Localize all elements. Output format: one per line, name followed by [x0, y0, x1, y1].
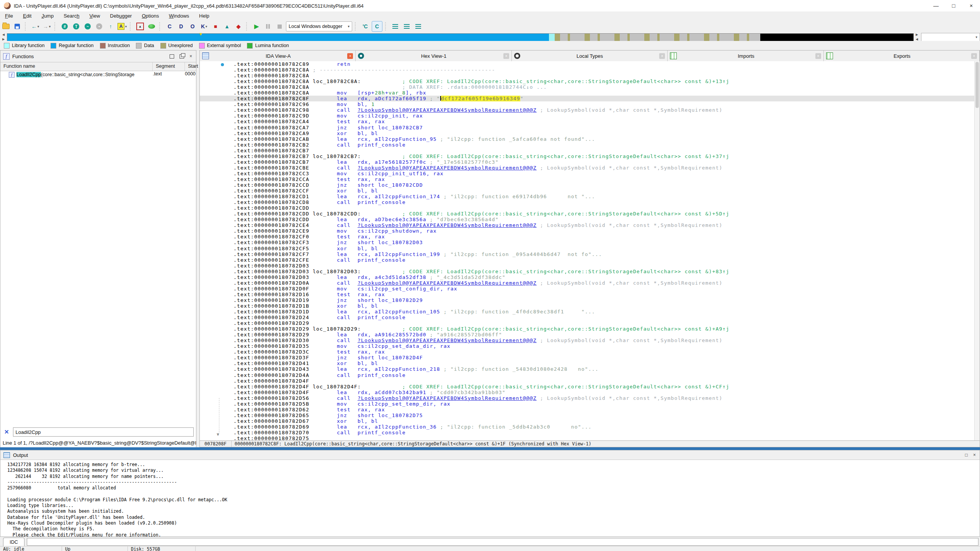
make-array-button[interactable]: K▾	[199, 21, 209, 31]
disasm-line[interactable]: .text:0000000180782D0F mov cs:il2cpp_set…	[200, 286, 975, 292]
make-string-button[interactable]: O	[188, 21, 198, 31]
disasm-line[interactable]: .text:0000000180782D19 jnz short loc_180…	[200, 297, 975, 303]
disasm-line[interactable]: .text:0000000180782C89 retn	[200, 61, 975, 67]
float-panel-icon[interactable]	[180, 54, 184, 59]
analysis-options-button[interactable]: A▾	[117, 21, 127, 31]
close-icon[interactable]: ×	[659, 53, 665, 59]
make-data-button[interactable]: D	[176, 21, 186, 31]
patch-button[interactable]: ◆	[234, 21, 243, 31]
decompiler-options-button[interactable]: C	[372, 21, 382, 32]
disasm-line[interactable]: .text:0000000180782D70 call printf_conso…	[200, 430, 975, 435]
disasm-line[interactable]: .text:0000000180782D4F	[200, 378, 975, 384]
menu-item-view[interactable]: View	[84, 13, 105, 19]
function-row[interactable]: f LoadIl2Cpp (core::basic_string<char,co…	[0, 71, 196, 78]
tab-ida-view-a[interactable]: IDA View-A×	[200, 51, 356, 61]
functions-panel-header[interactable]: f Functions ×	[0, 51, 196, 62]
disasm-line[interactable]: .text:0000000180782D03 loc_180782D03: ; …	[200, 269, 975, 274]
minimize-button[interactable]: —	[927, 0, 945, 11]
disasm-line[interactable]: .text:0000000180782D29 lea rdx, aA916c28…	[200, 332, 975, 337]
disasm-line[interactable]: .text:0000000180782D4A call printf_conso…	[200, 372, 975, 378]
disasm-line[interactable]: .text:0000000180782CE9 mov cs:il2cpp_shu…	[200, 228, 975, 234]
close-icon[interactable]: ×	[971, 53, 977, 59]
disasm-line[interactable]: .text:0000000180782CDD loc_180782CDD: ; …	[200, 211, 975, 217]
close-panel-icon[interactable]: ×	[189, 54, 192, 59]
navigate-back-button[interactable]: ←▾	[30, 21, 40, 31]
disasm-line[interactable]: .text:0000000180782CA4 test rax, rax	[200, 119, 975, 124]
disasm-line[interactable]: .text:0000000180782CB7 loc_180782CB7: ; …	[200, 153, 975, 159]
disasm-line[interactable]: .text:0000000180782C9D mov cs:il2cpp_ini…	[200, 113, 975, 119]
disasm-line[interactable]: .text:0000000180782CCD jnz short loc_180…	[200, 182, 975, 188]
disasm-line[interactable]: .text:0000000180782CB7	[200, 148, 975, 153]
disasm-line[interactable]: .text:0000000180782D0A call ?LookupSymbo…	[200, 280, 975, 286]
navband-range-selector[interactable]: ▾	[921, 33, 980, 41]
disasm-line[interactable]: .text:0000000180782CF7 lea rcx, aIl2cppF…	[200, 251, 975, 257]
menu-item-search[interactable]: Search	[59, 13, 84, 19]
subviews-button[interactable]	[390, 21, 400, 31]
disasm-line[interactable]: .text:0000000180782D1D lea rcx, aIl2cppF…	[200, 309, 975, 315]
menu-item-options[interactable]: Options	[137, 13, 164, 19]
disasm-line[interactable]: .text:0000000180782D62 test rax, rax	[200, 407, 975, 412]
menu-item-debugger[interactable]: Debugger	[105, 13, 137, 19]
disasm-line[interactable]: .text:0000000180782D4F lea rdx, aCdd07cb…	[200, 390, 975, 395]
disasm-line[interactable]: .text:0000000180782CC3 mov cs:il2cpp_ini…	[200, 171, 975, 176]
navband-scroll-right[interactable]: ▶◀	[914, 33, 920, 41]
close-icon[interactable]: ×	[815, 53, 821, 59]
tab-imports[interactable]: Imports×	[668, 51, 823, 61]
output-log[interactable]: 134217728 16384 8192 allocating memory f…	[0, 460, 980, 538]
navband-scroll-left[interactable]: ◀▶	[1, 33, 6, 41]
disasm-line[interactable]: .text:0000000180782D41 xor bl, bl	[200, 360, 975, 366]
disasm-line[interactable]: .text:0000000180782CA9 xor bl, bl	[200, 130, 975, 136]
disasm-line[interactable]: .text:0000000180782CD8 call printf_conso…	[200, 199, 975, 205]
tab-hex-view-1[interactable]: Hex View-1×	[356, 51, 511, 61]
stop-process-button[interactable]	[274, 21, 284, 31]
jump-xref-button[interactable]: ↑	[106, 21, 116, 31]
menu-item-file[interactable]: File	[0, 13, 18, 19]
disasm-line[interactable]: .text:0000000180782CF3 jnz short loc_180…	[200, 240, 975, 245]
disasm-line[interactable]: .text:0000000180782D3C test rax, rax	[200, 349, 975, 355]
disasm-line[interactable]: .text:0000000180782CCA test rax, rax	[200, 176, 975, 182]
disasm-line[interactable]: .text:0000000180782D16 test rax, rax	[200, 292, 975, 297]
maximize-button[interactable]: □	[945, 0, 962, 11]
disasm-line[interactable]: .text:0000000180782D75	[200, 435, 975, 441]
disasm-line[interactable]: .text:0000000180782C8A ; DATA XREF: .rda…	[200, 84, 975, 90]
disasm-line[interactable]: .text:0000000180782D65 jnz short loc_180…	[200, 412, 975, 418]
disasm-line[interactable]: .text:0000000180782D30 call ?LookupSymbo…	[200, 337, 975, 343]
tab-exports[interactable]: Exports×	[824, 51, 980, 61]
regular-function-region[interactable]	[7, 34, 549, 41]
disasm-line[interactable]: .text:0000000180782CA7 jnz short loc_180…	[200, 125, 975, 130]
disassembly-scrollbar[interactable]	[974, 61, 980, 441]
rename-button[interactable]: ▲	[222, 21, 232, 31]
navigation-band[interactable]: ▼	[7, 33, 914, 41]
functions-filter-input[interactable]: Loadil2Cpp	[13, 427, 194, 437]
disasm-line[interactable]: .text:0000000180782CBE call ?LookupSymbo…	[200, 165, 975, 171]
menu-item-jump[interactable]: Jump	[36, 13, 59, 19]
horizontal-splitter[interactable]	[0, 447, 980, 450]
enums-button[interactable]	[413, 21, 423, 31]
disasm-line[interactable]: .text:0000000180782D69 lea rcx, aIl2cppF…	[200, 424, 975, 430]
maximize-panel-icon[interactable]	[170, 54, 174, 59]
menu-item-edit[interactable]: Edit	[18, 13, 36, 19]
disasm-line[interactable]: .text:0000000180782CD1 lea rcx, aIl2cppF…	[200, 194, 975, 199]
data-unexplored-region[interactable]	[555, 34, 760, 41]
disasm-line[interactable]: .text:0000000180782CF5 xor bl, bl	[200, 246, 975, 251]
disasm-line[interactable]: .text:0000000180782CCF xor bl, bl	[200, 188, 975, 194]
disasm-line[interactable]: .text:0000000180782D29	[200, 320, 975, 326]
disasm-line[interactable]: .text:0000000180782CB2 call printf_conso…	[200, 142, 975, 148]
disasm-line[interactable]: .text:0000000180782D67 xor bl, bl	[200, 418, 975, 424]
disasm-line[interactable]: .text:0000000180782CDD	[200, 205, 975, 211]
pause-process-button[interactable]	[263, 21, 273, 31]
scrollbar-thumb[interactable]	[975, 62, 979, 108]
disasm-line[interactable]: .text:0000000180782D56 call ?LookupSymbo…	[200, 395, 975, 401]
cli-language-tab[interactable]: IDC	[3, 538, 24, 546]
close-icon[interactable]: ×	[973, 452, 976, 458]
menu-item-help[interactable]: Help	[194, 13, 214, 19]
menu-item-windows[interactable]: Windows	[164, 13, 194, 19]
disasm-line[interactable]: .text:0000000180782D5B mov cs:il2cpp_set…	[200, 401, 975, 407]
disasm-line[interactable]: .text:0000000180782C96 mov bl, 1	[200, 101, 975, 107]
jump-to-address-button[interactable]: #	[60, 21, 70, 31]
breakpoint-button[interactable]: ▲	[135, 21, 145, 31]
open-file-button[interactable]	[1, 21, 11, 31]
disasm-line[interactable]: .text:0000000180782CB7 lea rdx, a17e5618…	[200, 159, 975, 165]
close-button[interactable]: ×	[962, 0, 980, 11]
navigate-forward-button[interactable]: →▾	[42, 21, 52, 31]
